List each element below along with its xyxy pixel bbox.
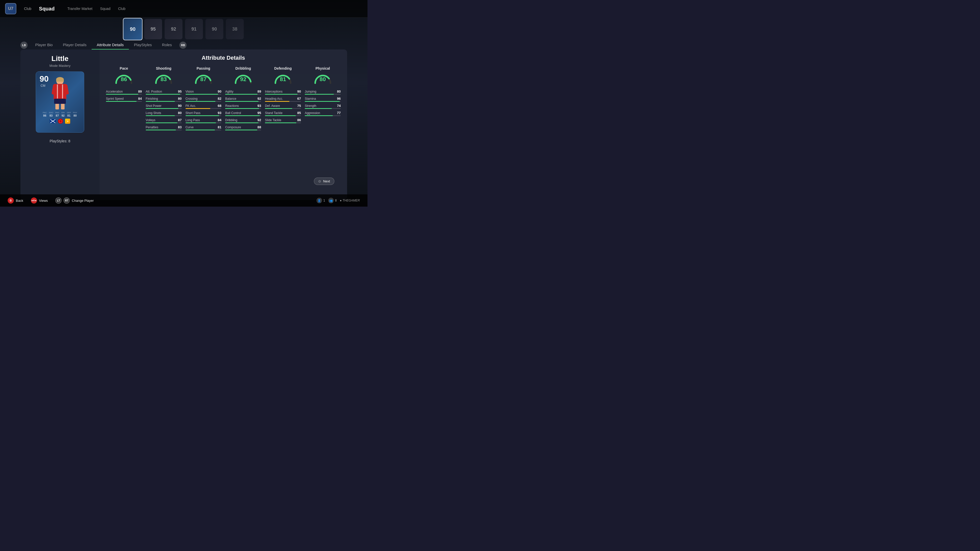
nav-squad[interactable]: Squad (100, 6, 110, 11)
stat-bar-stamina (305, 101, 341, 102)
player-card-mini-4[interactable]: 91 (185, 19, 203, 39)
next-button[interactable]: ⊙ Next (314, 178, 334, 185)
stat-name-volleys: Volleys (146, 118, 156, 122)
stat-value-aggression: 77 (337, 111, 341, 115)
stat-row-aggression: Aggression 77 (305, 111, 341, 116)
stat-bar-fill-volleys (146, 122, 177, 123)
tab-roles[interactable]: Roles (157, 41, 177, 49)
stat-value-dribbling-stat: 92 (258, 118, 261, 122)
nav-links: Transfer Market Squad Club (67, 6, 126, 11)
stat-name-att-position: Att. Position (146, 90, 162, 94)
stat-value-slide-tackle: 86 (298, 118, 301, 122)
stat-name-strength: Strength (305, 104, 316, 108)
card-stat-pas: PAS 87 (56, 111, 59, 117)
stat-name-long-shots: Long Shots (146, 111, 161, 115)
stat-name-shot-power: Shot Power (146, 104, 162, 108)
stat-bar-balance (225, 101, 261, 102)
stat-bar-fill-long-pass (186, 122, 216, 123)
stat-row-long-pass: Long Pass 84 (186, 118, 221, 123)
stat-row-agility: Agility 89 (225, 89, 261, 95)
stat-bar-ball-control (225, 115, 261, 116)
player-card-mini-active[interactable]: 90 (123, 18, 143, 40)
stat-name-slide-tackle: Slide Tackle (265, 118, 281, 122)
back-button[interactable]: B Back (8, 197, 23, 203)
stat-value-crossing: 82 (218, 97, 221, 100)
change-player-label: Change Player (72, 199, 94, 203)
user-icon: 👤 (317, 198, 322, 203)
player-name: Little (52, 55, 68, 63)
stat-name-dribbling-stat: Dribbling (225, 118, 237, 122)
nav-transfer-market[interactable]: Transfer Market (67, 6, 92, 11)
stat-name-jumping: Jumping (305, 90, 316, 94)
nav-club[interactable]: Club (118, 6, 126, 11)
category-physical-gauge: 80 (313, 72, 333, 84)
stat-row-composure: Composure 88 (225, 125, 261, 130)
stat-value-shot-power: 90 (178, 104, 181, 108)
player-card-mini-3[interactable]: 92 (165, 19, 183, 39)
main-content: Little Mode Mastery 90 CM (0, 49, 368, 200)
category-defending: Defending 81 (265, 66, 301, 84)
stat-bar-strength (305, 108, 341, 109)
stat-row-def-aware: Def. Aware 75 (265, 104, 301, 109)
attributes-title: Attribute Details (106, 55, 341, 61)
nav-squad-title: Squad (39, 6, 55, 12)
change-player-button[interactable]: LT RT Change Player (56, 197, 94, 203)
stat-bar-jumping (305, 94, 341, 95)
stat-value-acceleration: 89 (138, 89, 142, 94)
stat-value-agility: 89 (258, 89, 261, 94)
stat-row-crossing: Crossing 82 (186, 97, 221, 102)
stat-value-penalties: 83 (178, 125, 181, 129)
tab-player-bio[interactable]: Player Bio (30, 41, 58, 49)
category-pace-label: Pace (120, 66, 128, 70)
player-card-mini-6[interactable]: 38 (226, 19, 244, 39)
stat-name-balance: Balance (225, 97, 236, 100)
views-button[interactable]: ◄R► Views (31, 197, 48, 203)
stat-bar-fill-acceleration (106, 94, 138, 95)
stat-row-ball-control: Ball Control 95 (225, 111, 261, 116)
tab-playstyles[interactable]: PlayStyles (129, 41, 157, 49)
stats-grid: Acceleration 89 Sprint Speed 84 (106, 89, 341, 130)
stat-bar-fill-curve (186, 130, 215, 130)
stat-row-reactions: Reactions 93 (225, 104, 261, 109)
thegamer-logo: ● THEGAMER (340, 199, 360, 202)
player-card-mini-5[interactable]: 90 (205, 19, 223, 39)
stat-row-shot-power: Shot Power 90 (146, 104, 182, 109)
playstyles-label: PlayStyles: 8 (50, 139, 70, 143)
stat-bar-fill-def-aware (265, 108, 292, 109)
player-card-mini-2[interactable]: 95 (144, 19, 162, 39)
card-badges: ★ (50, 119, 70, 124)
stat-bar-crossing (186, 101, 221, 102)
category-physical-label: Physical (315, 66, 330, 70)
card-stat-phy: PHY 80 (73, 111, 77, 117)
category-passing-value: 87 (200, 76, 207, 83)
tab-attribute-details[interactable]: Attribute Details (92, 41, 129, 49)
stat-value-heading-acc: 67 (298, 97, 301, 100)
nav-club[interactable]: Club (24, 6, 32, 11)
stat-name-finishing: Finishing (146, 97, 158, 100)
lb-badge: LB (21, 41, 27, 49)
stat-value-att-position: 95 (178, 89, 181, 94)
back-label: Back (16, 199, 23, 203)
stat-row-balance: Balance 92 (225, 97, 261, 102)
stat-bar-long-pass (186, 122, 221, 123)
categories-row: Pace 86 Shooting 83 (106, 66, 341, 84)
stat-bar-agility (225, 94, 261, 95)
stat-row-curve: Curve 81 (186, 125, 221, 130)
lt-badge: LT (56, 197, 62, 203)
stat-name-stand-tackle: Stand Tackle (265, 111, 283, 115)
category-passing: Passing 87 (186, 66, 221, 84)
tab-player-details[interactable]: Player Details (58, 41, 92, 49)
stat-row-heading-acc: Heading Acc. 67 (265, 97, 301, 102)
stat-column-dribbling: Agility 89 Balance 92 (225, 89, 261, 130)
stat-bar-reactions (225, 108, 261, 109)
stat-row-vision: Vision 90 (186, 89, 221, 95)
bottom-right: 👤 1 👥 8 ● THEGAMER (317, 198, 360, 203)
stat-column-pace: Acceleration 89 Sprint Speed 84 (106, 89, 142, 130)
stat-row-slide-tackle: Slide Tackle 86 (265, 118, 301, 123)
player-club-badge (58, 119, 63, 124)
category-dribbling-label: Dribbling (235, 66, 251, 70)
category-passing-label: Passing (197, 66, 210, 70)
tabs-bar: LB Player Bio Player Details Attribute D… (0, 41, 368, 49)
stat-bar-fill-stamina (305, 101, 340, 102)
stat-bar-fill-att-position (146, 94, 180, 95)
